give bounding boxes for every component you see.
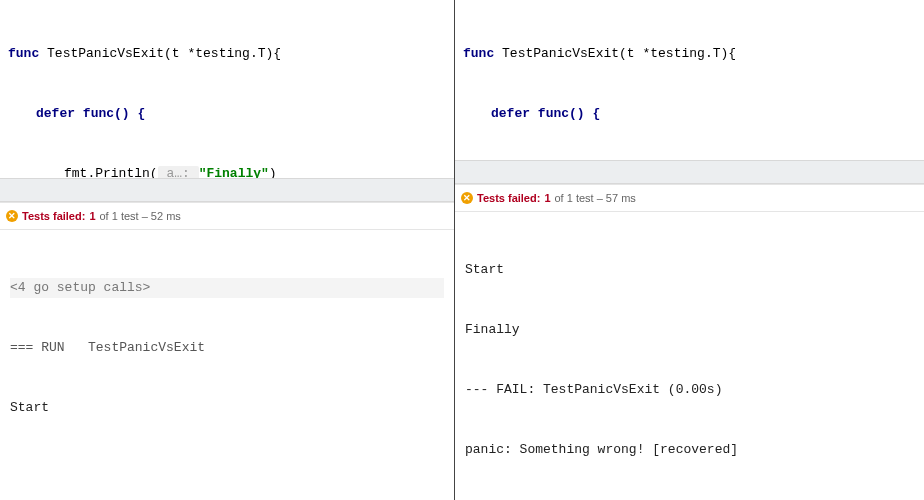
console-blank — [10, 458, 444, 478]
fail-label: Tests failed: — [477, 192, 540, 204]
left-code-editor[interactable]: func TestPanicVsExit(t *testing.T){ defe… — [0, 0, 454, 178]
close-paren: ) — [269, 166, 277, 178]
println-call: fmt.Println( — [64, 166, 158, 178]
console-line: panic: Something wrong! [recovered] — [465, 440, 914, 460]
keyword-func-lit: func() { — [83, 106, 145, 121]
func-name: TestPanicVsExit — [502, 46, 619, 61]
keyword-func: func — [8, 46, 39, 61]
code-line: defer func() { — [463, 104, 918, 124]
fail-icon: ✕ — [461, 192, 473, 204]
func-params: (t *testing.T){ — [619, 46, 736, 61]
console-line: Start — [465, 260, 914, 280]
string-literal: "Finally" — [199, 166, 269, 178]
console-setup-line: <4 go setup calls> — [10, 278, 444, 298]
func-name: TestPanicVsExit — [47, 46, 164, 61]
func-params: (t *testing.T){ — [164, 46, 281, 61]
right-pane: func TestPanicVsExit(t *testing.T){ defe… — [455, 0, 924, 500]
right-console[interactable]: Start Finally --- FAIL: TestPanicVsExit … — [455, 212, 924, 500]
console-run-line: === RUN TestPanicVsExit — [10, 338, 444, 358]
left-console[interactable]: <4 go setup calls> === RUN TestPanicVsEx… — [0, 230, 454, 500]
code-line: fmt.Println( a…: "Finally") — [8, 164, 448, 178]
left-pane: func TestPanicVsExit(t *testing.T){ defe… — [0, 0, 454, 500]
code-line: func TestPanicVsExit(t *testing.T){ — [8, 44, 448, 64]
editor-separator-bar — [0, 178, 454, 202]
console-line: Finally — [465, 320, 914, 340]
keyword-func-lit: func() { — [538, 106, 600, 121]
fail-count: 1 — [544, 192, 550, 204]
fail-subtext: of 1 test – 57 ms — [555, 192, 636, 204]
keyword-defer: defer — [36, 106, 75, 121]
keyword-func: func — [463, 46, 494, 61]
keyword-defer: defer — [491, 106, 530, 121]
code-line: func TestPanicVsExit(t *testing.T){ — [463, 44, 918, 64]
editor-separator-bar — [455, 160, 924, 184]
console-line: --- FAIL: TestPanicVsExit (0.00s) — [465, 380, 914, 400]
code-line: defer func() { — [8, 104, 448, 124]
fail-subtext: of 1 test – 52 ms — [100, 210, 181, 222]
right-code-editor[interactable]: func TestPanicVsExit(t *testing.T){ defe… — [455, 0, 924, 160]
fail-count: 1 — [89, 210, 95, 222]
test-status-bar-left: ✕ Tests failed: 1 of 1 test – 52 ms — [0, 202, 454, 230]
inlay-hint: a…: — [158, 166, 199, 178]
test-status-bar-right: ✕ Tests failed: 1 of 1 test – 57 ms — [455, 184, 924, 212]
fail-icon: ✕ — [6, 210, 18, 222]
fail-label: Tests failed: — [22, 210, 85, 222]
console-line: Start — [10, 398, 444, 418]
